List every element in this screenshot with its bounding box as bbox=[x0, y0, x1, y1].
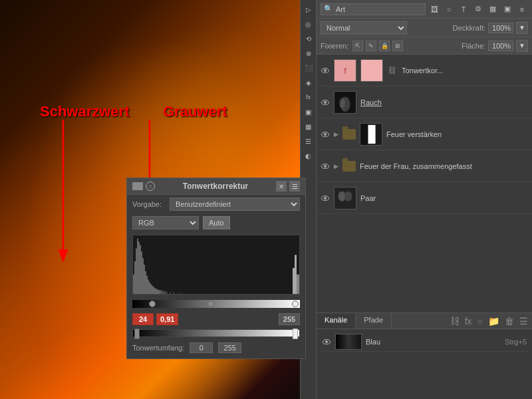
side-tool-5[interactable]: ⬛ bbox=[302, 61, 315, 74]
eye-icon-paar bbox=[321, 196, 329, 201]
toolbar-brush-icon[interactable]: ⚙ bbox=[472, 3, 484, 15]
layer-thumb-paar bbox=[334, 187, 356, 209]
layer-visibility-paar[interactable] bbox=[321, 194, 330, 203]
side-tool-3[interactable]: ⟲ bbox=[302, 32, 315, 45]
tab-fx-icon[interactable]: fx bbox=[465, 316, 472, 327]
channel-visibility-blau[interactable] bbox=[322, 337, 331, 346]
side-tool-3d[interactable]: ▣ bbox=[302, 105, 315, 118]
side-tool-fx[interactable]: fx bbox=[302, 90, 315, 104]
side-tool-1[interactable]: ▷ bbox=[302, 3, 315, 16]
output-handle-left[interactable] bbox=[134, 329, 140, 339]
flaeche-input[interactable] bbox=[488, 41, 513, 51]
auto-button[interactable]: Auto bbox=[203, 216, 230, 229]
expand-icon-feuer-der-frau[interactable]: ▶ bbox=[334, 163, 338, 170]
layer-item-tonwertkorrektur[interactable]: f ⛓ Tonwertkor... bbox=[317, 55, 532, 86]
channel-item-blau[interactable]: Blau Strg+5 bbox=[319, 332, 529, 352]
svg-rect-17 bbox=[150, 284, 152, 294]
svg-rect-8 bbox=[138, 242, 140, 294]
properties-header: ○ Tonwertkorrektur ✕ ☰ bbox=[127, 178, 305, 195]
tab-settings-icon[interactable]: ☰ bbox=[519, 316, 528, 327]
svg-rect-34 bbox=[295, 255, 297, 294]
tab-chain-icon[interactable]: ⛓ bbox=[450, 316, 460, 327]
tonwert-label: Tonwertumfang: bbox=[132, 344, 184, 352]
side-tool-4[interactable]: ⊕ bbox=[302, 47, 315, 60]
side-tool-6[interactable]: ◈ bbox=[302, 76, 315, 89]
toolbar-image-icon[interactable]: 🖼 bbox=[428, 3, 440, 15]
toolbar-circle-icon[interactable]: ○ bbox=[443, 3, 455, 15]
input-slider-row bbox=[127, 297, 305, 312]
search-box[interactable]: 🔍 bbox=[321, 3, 426, 15]
side-tool-chart[interactable]: ▦ bbox=[302, 120, 315, 133]
tab-kanaele[interactable]: Kanäle bbox=[317, 313, 356, 329]
layer-item-feuer-der-frau[interactable]: ▶ Feuer der Frau, zusammengefasst bbox=[317, 150, 532, 182]
tab-circle-icon[interactable]: ○ bbox=[477, 316, 483, 327]
svg-text:f: f bbox=[344, 65, 346, 75]
layer-visibility-tonwertkorrektur[interactable] bbox=[321, 66, 330, 75]
layer-item-rauch[interactable]: Rauch bbox=[317, 86, 532, 118]
layer-thumb-rauch bbox=[334, 91, 356, 114]
flaeche-dropdown-btn[interactable]: ▼ bbox=[516, 40, 528, 52]
white-value-box[interactable]: 255 bbox=[279, 313, 300, 325]
layer-visibility-feuer-verstaerken[interactable] bbox=[321, 130, 330, 139]
toolbar-expand-icon[interactable]: ≡ bbox=[516, 3, 528, 15]
black-point-handle[interactable] bbox=[149, 301, 156, 307]
layer-visibility-rauch[interactable] bbox=[321, 98, 330, 107]
output-handle-right[interactable] bbox=[293, 329, 298, 339]
toolbar-window-icon[interactable]: ▣ bbox=[501, 3, 513, 15]
svg-rect-18 bbox=[152, 285, 153, 294]
black-value-box[interactable]: 24 bbox=[132, 313, 154, 325]
svg-rect-26 bbox=[162, 291, 164, 294]
svg-rect-7 bbox=[137, 239, 138, 294]
layer-visibility-feuer-der-frau[interactable] bbox=[321, 162, 330, 171]
preset-select[interactable]: Benutzerdefiniert bbox=[170, 198, 300, 211]
tab-folder-icon[interactable]: 📁 bbox=[488, 316, 499, 327]
layer-item-paar[interactable]: Paar bbox=[317, 182, 532, 214]
white-point-handle[interactable] bbox=[292, 301, 299, 307]
layer-item-feuer-verstaerken[interactable]: ▶ Feuer verstärken bbox=[317, 118, 532, 150]
tonwert-row: Tonwertumfang: bbox=[127, 340, 305, 358]
opacity-input[interactable] bbox=[488, 23, 513, 33]
tab-trash-icon[interactable]: 🗑 bbox=[505, 316, 514, 327]
fix-all-btn[interactable]: ⊞ bbox=[392, 41, 403, 51]
properties-menu-btn[interactable]: ☰ bbox=[289, 181, 300, 192]
gray-value-box[interactable]: 0,91 bbox=[156, 313, 178, 325]
toolbar-grid-icon[interactable]: ▦ bbox=[487, 3, 499, 15]
svg-rect-13 bbox=[145, 271, 146, 294]
bottom-tabs: Kanäle Pfade ⛓ fx ○ 📁 🗑 ☰ bbox=[317, 313, 532, 329]
blend-mode-toolbar: Normal Multiplizieren Negativ multiplizi… bbox=[317, 19, 532, 37]
histogram-svg bbox=[133, 235, 299, 294]
layer-name-feuer-verstaerken: Feuer verstärken bbox=[386, 130, 528, 138]
fix-position-btn[interactable]: ⇱ bbox=[352, 41, 363, 51]
fix-edit-btn[interactable]: ✎ bbox=[366, 41, 376, 51]
svg-rect-5 bbox=[134, 261, 136, 294]
layer-thumb-tonwertkorrektur: f bbox=[334, 59, 356, 82]
preset-label: Vorgabe: bbox=[132, 200, 166, 208]
search-input[interactable] bbox=[336, 5, 422, 13]
tab-pfade[interactable]: Pfade bbox=[356, 313, 392, 329]
fix-lock-btn[interactable]: 🔒 bbox=[379, 41, 390, 51]
channel-select[interactable]: RGB Rot Grün Blau bbox=[132, 216, 199, 229]
svg-rect-3 bbox=[133, 235, 299, 294]
bottom-tab-icons: ⛓ fx ○ 📁 🗑 ☰ bbox=[450, 313, 532, 329]
channel-items: Blau Strg+5 bbox=[317, 329, 532, 354]
properties-close-btn[interactable]: ✕ bbox=[276, 181, 287, 192]
annotation-schwarzwert: Schwarzwert bbox=[40, 103, 130, 120]
channel-shortcut-blau: Strg+5 bbox=[505, 338, 527, 346]
layer-chain-tonwertkorrektur: ⛓ bbox=[387, 66, 398, 75]
svg-point-40 bbox=[339, 98, 345, 108]
side-tool-2[interactable]: ◎ bbox=[302, 17, 315, 31]
tonwert-max-input[interactable] bbox=[218, 342, 241, 353]
blend-mode-select[interactable]: Normal Multiplizieren Negativ multiplizi… bbox=[321, 21, 407, 35]
layer-mask-tonwertkorrektur bbox=[360, 59, 383, 82]
gray-point-handle[interactable] bbox=[207, 301, 214, 307]
side-tool-layers[interactable]: ☰ bbox=[302, 134, 315, 148]
toolbar-text-icon[interactable]: T bbox=[458, 3, 469, 15]
opacity-dropdown-btn[interactable]: ▼ bbox=[516, 22, 528, 34]
fix-toolbar: Fixieren: ⇱ ✎ 🔒 ⊞ Fläche: ▼ bbox=[317, 37, 532, 55]
side-tool-adjust[interactable]: ◐ bbox=[302, 149, 315, 162]
eye-icon-feuer-der-frau bbox=[321, 164, 329, 169]
folder-icon-feuer-der-frau bbox=[342, 161, 356, 172]
svg-rect-29 bbox=[166, 292, 168, 294]
tonwert-min-input[interactable] bbox=[190, 342, 213, 353]
expand-icon-feuer-verstaerken[interactable]: ▶ bbox=[334, 131, 338, 138]
